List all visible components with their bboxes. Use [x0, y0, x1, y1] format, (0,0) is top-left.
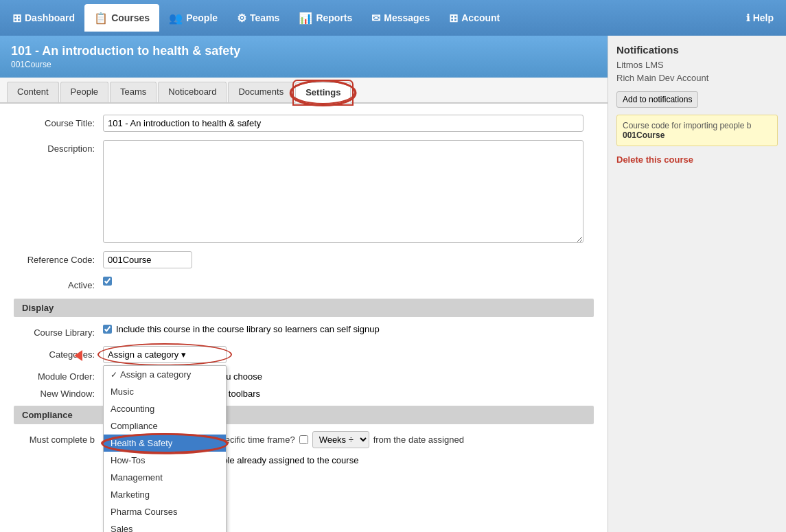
- categories-dropdown-menu: ✓ Assign a category Music Accounting Com…: [103, 365, 227, 532]
- dropdown-item-sales[interactable]: Sales: [104, 520, 226, 532]
- module-order-label: Module Order:: [14, 371, 103, 382]
- nav-label-teams: Teams: [250, 12, 279, 23]
- course-title-label: Course Title:: [14, 115, 103, 128]
- messages-icon: ✉: [371, 12, 380, 25]
- dropdown-item-assign[interactable]: ✓ Assign a category: [104, 366, 226, 383]
- active-checkbox[interactable]: [103, 277, 112, 286]
- tab-teams[interactable]: Teams: [110, 82, 157, 102]
- course-library-text: Include this course in the course librar…: [116, 324, 380, 334]
- description-row: Description:: [14, 140, 594, 243]
- ref-code-input[interactable]: [103, 251, 192, 268]
- checkmark-icon: ✓: [111, 370, 117, 380]
- dropdown-item-health-safety[interactable]: Health & Safety: [104, 435, 226, 452]
- nav-item-reports[interactable]: 📊 Reports: [289, 4, 362, 32]
- new-window-label: New Window:: [14, 389, 103, 399]
- course-library-row: Course Library: Include this course in t…: [14, 324, 594, 338]
- arrow-indicator: [74, 349, 82, 361]
- dropdown-item-music[interactable]: Music: [104, 383, 226, 400]
- course-title-input[interactable]: [103, 115, 583, 132]
- nav-item-account[interactable]: ⊞ Account: [439, 4, 509, 32]
- from-date-text: from the date assigned: [373, 435, 464, 445]
- delete-course-link[interactable]: Delete this course: [616, 154, 778, 165]
- active-row: Active:: [14, 277, 594, 290]
- help-link[interactable]: ℹ Help: [737, 8, 783, 27]
- module-order-row: Module Order: All modules in the order t…: [14, 371, 594, 382]
- description-textarea[interactable]: [103, 140, 583, 243]
- tab-content[interactable]: Content: [7, 82, 59, 102]
- course-library-checkbox[interactable]: [103, 325, 112, 334]
- main-layout: 101 - An introduction to health & safety…: [0, 36, 786, 532]
- notification-item-litmos: Litmos LMS: [616, 60, 778, 70]
- dashboard-icon: ⊞: [12, 12, 21, 25]
- settings-form: Course Title: Description: Reference Cod…: [0, 104, 608, 476]
- dropdown-item-assign-label: Assign a category: [120, 369, 191, 380]
- active-label: Active:: [14, 277, 103, 290]
- ref-code-label: Reference Code:: [14, 251, 103, 265]
- nav-item-dashboard[interactable]: ⊞ Dashboard: [3, 4, 84, 32]
- display-section-header: Display: [14, 299, 594, 317]
- categories-row: Categories: Assign a category ▾ ✓ Assign…: [14, 346, 594, 363]
- dropdown-item-how-tos[interactable]: How-Tos: [104, 452, 226, 469]
- info-text: Course code for importing people b: [623, 121, 751, 130]
- tab-noticeboard[interactable]: Noticeboard: [158, 82, 227, 102]
- nav-item-courses[interactable]: 📋 Courses: [84, 4, 159, 32]
- tab-documents[interactable]: Documents: [228, 82, 294, 102]
- nav-label-dashboard: Dashboard: [25, 12, 75, 23]
- add-to-notifications-button[interactable]: Add to notifications: [616, 91, 698, 108]
- info-code: 001Course: [623, 130, 664, 140]
- top-navigation: ⊞ Dashboard 📋 Courses 👥 People ⚙ Teams 📊…: [0, 0, 786, 36]
- nav-label-people: People: [186, 12, 218, 23]
- nav-item-teams[interactable]: ⚙ Teams: [227, 4, 289, 32]
- new-window-row: New Window: a new window, with no browse…: [14, 389, 594, 399]
- categories-label: Categories:: [14, 346, 103, 360]
- notification-item-rich: Rich Main Dev Account: [616, 73, 778, 83]
- courses-icon: 📋: [94, 12, 108, 25]
- course-header: 101 - An introduction to health & safety…: [0, 36, 608, 78]
- nav-label-messages: Messages: [384, 12, 430, 23]
- course-header-title: 101 - An introduction to health & safety: [11, 44, 597, 58]
- tab-people[interactable]: People: [60, 82, 108, 102]
- content-area: 101 - An introduction to health & safety…: [0, 36, 608, 532]
- dropdown-item-management[interactable]: Management: [104, 469, 226, 486]
- ref-code-row: Reference Code:: [14, 251, 594, 268]
- nav-item-messages[interactable]: ✉ Messages: [362, 4, 439, 32]
- categories-dropdown-container: Assign a category ▾ ✓ Assign a category …: [103, 346, 227, 363]
- dropdown-item-accounting[interactable]: Accounting: [104, 400, 226, 417]
- compliance-section-header: Compliance: [14, 406, 594, 424]
- tab-settings[interactable]: Settings: [295, 82, 351, 103]
- nav-label-account: Account: [461, 12, 500, 23]
- nav-label-reports: Reports: [316, 12, 352, 23]
- must-complete-row: Must complete b omplete this course with…: [14, 431, 594, 448]
- categories-select[interactable]: Assign a category ▾: [103, 346, 227, 363]
- dropdown-item-pharma[interactable]: Pharma Courses: [104, 503, 226, 520]
- help-label: Help: [753, 12, 774, 23]
- help-icon: ℹ: [746, 12, 750, 23]
- update-date-row: Update this date for all people already …: [14, 455, 594, 465]
- sidebar: Notifications Litmos LMS Rich Main Dev A…: [608, 36, 786, 532]
- course-header-code: 001Course: [11, 60, 597, 69]
- description-label: Description:: [14, 140, 103, 154]
- notifications-title: Notifications: [616, 44, 778, 56]
- must-complete-label: Must complete b: [14, 435, 103, 445]
- nav-label-courses: Courses: [111, 12, 150, 23]
- reports-icon: 📊: [299, 12, 312, 25]
- account-icon: ⊞: [449, 12, 458, 25]
- dropdown-oval: Assign a category ▾: [103, 346, 227, 363]
- people-icon: 👥: [169, 12, 183, 25]
- dropdown-item-compliance[interactable]: Compliance: [104, 417, 226, 435]
- course-code-info-box: Course code for importing people b 001Co…: [616, 115, 778, 146]
- categories-select-text: Assign a category: [108, 349, 178, 360]
- teams-icon: ⚙: [237, 12, 246, 25]
- course-library-label: Course Library:: [14, 324, 103, 338]
- nav-item-people[interactable]: 👥 People: [159, 4, 227, 32]
- dropdown-item-marketing[interactable]: Marketing: [104, 486, 226, 503]
- course-title-row: Course Title:: [14, 115, 594, 132]
- must-complete-checkbox[interactable]: [299, 435, 308, 444]
- weeks-select[interactable]: Weeks ÷: [312, 431, 369, 448]
- tabs-bar: Content People Teams Noticeboard Documen…: [0, 78, 608, 104]
